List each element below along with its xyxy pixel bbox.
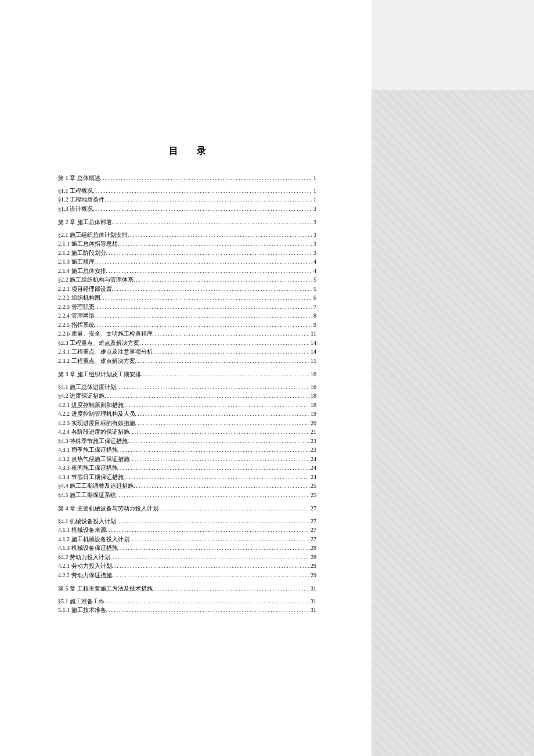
toc-entry-label: §4.1 施工总体进度计划 xyxy=(58,383,116,392)
toc-entry-label: 2.2.1 项目经理部设置 xyxy=(58,285,112,294)
toc-entry-label: §4.4 施工工期调整及追赶措施 xyxy=(58,481,134,491)
toc-entry-label: 2.2.4 管理网络 xyxy=(58,311,95,321)
toc-entry-label: 5.1.1 施工技术准备 xyxy=(58,606,106,615)
toc-entry: 2.1.2 施工阶段划分 3 xyxy=(58,249,316,258)
toc-leader-dots xyxy=(100,174,313,183)
toc-entry: §2.3 工程重点、难点及解决方案 14 xyxy=(58,339,316,348)
toc-entry-label: 2.1.1 施工总体指导思想 xyxy=(58,239,118,249)
toc-leader-dots xyxy=(134,275,312,285)
toc-entry-label: 第 3 章 施工组织计划及工期安排 xyxy=(58,370,141,379)
toc-entry-page: 16 xyxy=(309,370,316,379)
toc-entry: 2.2.3 管理职责 7 xyxy=(58,303,316,312)
toc-entry: 4.1.1 机械设备来源 27 xyxy=(58,525,316,535)
toc-entry: 5.1.1 施工技术准备 31 xyxy=(58,606,316,615)
toc-entry-page: 19 xyxy=(309,409,316,419)
toc-leader-dots xyxy=(135,357,310,366)
toc-leader-dots xyxy=(128,437,309,446)
toc-entry-page: 16 xyxy=(309,383,316,392)
toc-leader-dots xyxy=(118,463,310,473)
toc-entry-page: 5 xyxy=(312,285,316,294)
toc-entry: §2.2 施工组织机构与管理体系 5 xyxy=(58,275,316,285)
toc-leader-dots xyxy=(135,409,310,419)
toc-leader-dots xyxy=(118,239,313,249)
toc-entry-page: 24 xyxy=(309,455,316,464)
toc-entry-page: 29 xyxy=(309,561,316,571)
toc-leader-dots xyxy=(100,293,313,303)
toc-entry-label: 4.1.2 施工机械设备投入计划 xyxy=(58,535,129,544)
toc-entry: 4.2.3 实现进度目标的有效措施 20 xyxy=(58,419,316,428)
toc-leader-dots xyxy=(106,249,313,258)
toc-entry-page: 31 xyxy=(309,606,316,615)
toc-entry-page: 3 xyxy=(312,239,316,249)
toc-leader-dots xyxy=(116,517,309,526)
toc-entry-page: 3 xyxy=(312,218,316,227)
toc-entry-label: §4.5 施工工期保证系统 xyxy=(58,491,116,500)
toc-entry-page: 27 xyxy=(309,517,316,526)
toc-entry: 2.2.6 质量、安全、文明施工检查程序 11 xyxy=(58,329,316,339)
toc-entry-page: 3 xyxy=(312,249,316,258)
toc-entry-page: 1 xyxy=(312,186,316,196)
toc-entry-page: 21 xyxy=(309,427,316,437)
toc-entry-label: §5.1 施工准备工作 xyxy=(58,597,104,606)
toc-entry: 4.3.3 夜间施工保证措施 24 xyxy=(58,463,316,473)
toc-entry-label: 4.3.1 雨季施工保证措施 xyxy=(58,445,118,455)
toc-entry: 2.2.4 管理网络 8 xyxy=(58,311,316,321)
toc-entry-page: 27 xyxy=(309,525,316,535)
toc-leader-dots xyxy=(135,419,310,428)
toc-entry-page: 5 xyxy=(312,275,316,285)
toc-entry-label: 2.2.5 指挥系统 xyxy=(58,321,95,330)
toc-entry: §4.5 施工工期保证系统 25 xyxy=(58,491,316,500)
toc-leader-dots xyxy=(153,329,310,339)
toc-entry: 2.1.1 施工总体指导思想 3 xyxy=(58,239,316,249)
toc-leader-dots xyxy=(95,311,313,321)
toc-entry-page: 18 xyxy=(309,391,316,401)
toc-entry: §1.3 设计概况 3 xyxy=(58,204,316,214)
toc-entry-label: §1.3 设计概况 xyxy=(58,204,93,214)
toc-leader-dots xyxy=(106,525,310,535)
toc-entry-page: 8 xyxy=(312,311,316,321)
toc-entry: 4.2.4 各阶段进度的保证措施 21 xyxy=(58,427,316,437)
toc-entry: §2.1 施工组织总体计划安排 3 xyxy=(58,231,316,240)
toc-leader-dots xyxy=(95,321,313,330)
toc-entry-page: 24 xyxy=(309,473,316,482)
toc-entry: 第 5 章 工程主要施工方法及技术措施 31 xyxy=(58,584,316,593)
toc-entry-label: §4.3 特殊季节施工保证措施 xyxy=(58,437,128,446)
toc-entry-label: 4.3.3 夜间施工保证措施 xyxy=(58,463,118,473)
toc-entry-page: 3 xyxy=(312,231,316,240)
toc-leader-dots xyxy=(106,606,310,615)
toc-entry-label: 第 5 章 工程主要施工方法及技术措施 xyxy=(58,584,153,593)
toc-entry-label: 4.2.1 进度控制原则和措施 xyxy=(58,401,124,410)
toc-entry-page: 4 xyxy=(312,257,316,267)
toc-entry-label: §4.1 机械设备投入计划 xyxy=(58,517,116,526)
toc-entry: 4.1.2 施工机械设备投入计划 27 xyxy=(58,535,316,544)
toc-entry-page: 24 xyxy=(309,463,316,473)
toc-entry-label: 4.1.3 机械设备保证措施 xyxy=(58,543,118,553)
toc-entry: 2.2.2 组织机构图 6 xyxy=(58,293,316,303)
toc-entry-page: 18 xyxy=(309,401,316,410)
toc-entry-label: 4.2.3 实现进度目标的有效措施 xyxy=(58,419,135,428)
toc-entry-page: 23 xyxy=(309,445,316,455)
toc-entry-page: 1 xyxy=(312,195,316,204)
toc-entry-page: 6 xyxy=(312,293,316,303)
toc-entry-page: 27 xyxy=(309,535,316,544)
toc-entry-label: 2.2.6 质量、安全、文明施工检查程序 xyxy=(58,329,153,339)
toc-leader-dots xyxy=(118,543,310,553)
toc-leader-dots xyxy=(104,391,309,401)
toc-entry-page: 3 xyxy=(312,204,316,214)
toc-entry-label: 第 2 章 施工总体部署 xyxy=(58,218,112,227)
toc-entry-label: 4.2.2 进度控制管理机构及人员 xyxy=(58,409,135,419)
toc-entry-label: 2.3.1 工程重点、难点及注意事项分析 xyxy=(58,347,153,357)
toc-leader-dots xyxy=(141,370,310,379)
toc-entry: 2.3.2 工程重点、难点解决方案 15 xyxy=(58,357,316,366)
toc-title: 目录 xyxy=(58,145,316,157)
toc-entry-page: 15 xyxy=(309,357,316,366)
toc-entry-page: 14 xyxy=(309,347,316,357)
toc-entry: §4.4 施工工期调整及追赶措施 25 xyxy=(58,481,316,491)
toc-entry-label: 2.1.4 施工总体安排 xyxy=(58,267,106,276)
toc-leader-dots xyxy=(112,561,310,571)
toc-entry-label: 4.2.2 劳动力保证措施 xyxy=(58,571,112,580)
toc-leader-dots xyxy=(116,383,309,392)
toc-entry-label: §4.2 进度保证措施 xyxy=(58,391,104,401)
toc-entry: §1.2 工程地质条件 1 xyxy=(58,195,316,204)
toc-entry: 2.1.4 施工总体安排 4 xyxy=(58,267,316,276)
